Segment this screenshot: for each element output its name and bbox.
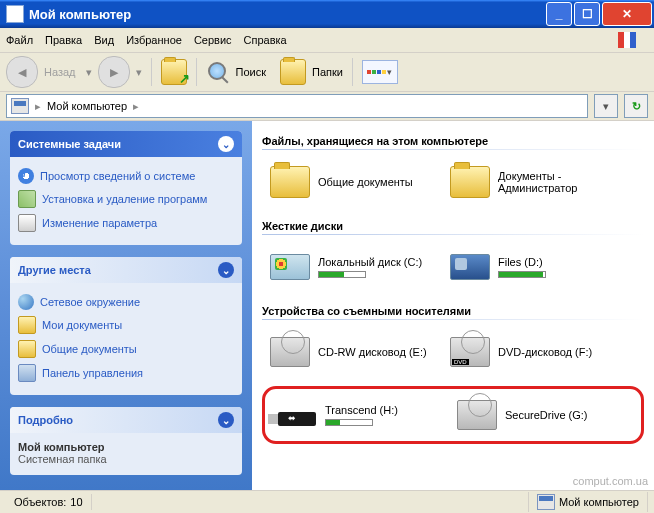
network-icon xyxy=(18,294,34,310)
menu-file[interactable]: Файл xyxy=(6,34,33,46)
breadcrumb-root[interactable]: Мой компьютер xyxy=(47,100,127,112)
place-network[interactable]: Сетевое окружение xyxy=(18,291,238,313)
other-places-title: Другие места xyxy=(18,264,91,276)
up-button[interactable]: ↗ xyxy=(161,59,187,85)
back-button[interactable]: ◀ xyxy=(6,56,38,88)
address-input[interactable]: ▸ Мой компьютер ▸ xyxy=(6,94,588,118)
views-button[interactable]: ▾ xyxy=(362,60,398,84)
status-objects: Объектов: 10 xyxy=(6,494,92,510)
system-tasks-panel: Системные задачи ⌄ Просмотр сведений о с… xyxy=(10,131,242,245)
settings-icon xyxy=(18,214,36,232)
details-name: Мой компьютер xyxy=(18,441,238,453)
add-remove-icon xyxy=(18,190,36,208)
my-computer-icon xyxy=(11,98,29,114)
task-label: Изменение параметра xyxy=(42,217,157,229)
folders-label[interactable]: Папки xyxy=(312,66,343,78)
menu-view[interactable]: Вид xyxy=(94,34,114,46)
menu-bar: Файл Правка Вид Избранное Сервис Справка xyxy=(0,28,654,53)
usb-drive-icon: ⬌ xyxy=(278,412,316,426)
menu-edit[interactable]: Правка xyxy=(45,34,82,46)
task-add-remove-programs[interactable]: Установка и удаление программ xyxy=(18,187,238,211)
other-places-header[interactable]: Другие места ⌄ xyxy=(10,257,242,283)
details-panel: Подробно ⌄ Мой компьютер Системная папка xyxy=(10,407,242,475)
status-location: Мой компьютер xyxy=(528,492,648,512)
folders-icon[interactable] xyxy=(280,59,306,85)
watermark: comput.com.ua xyxy=(573,475,648,487)
shared-documents-icon xyxy=(18,340,36,358)
body: Системные задачи ⌄ Просмотр сведений о с… xyxy=(0,121,654,490)
place-label: Панель управления xyxy=(42,367,143,379)
item-label: Общие документы xyxy=(318,176,442,188)
hard-drive-icon xyxy=(450,254,490,280)
local-disk-c[interactable]: Локальный диск (C:) xyxy=(270,247,442,287)
task-label: Просмотр сведений о системе xyxy=(40,170,195,182)
task-change-setting[interactable]: Изменение параметра xyxy=(18,211,238,235)
folder-icon xyxy=(450,166,490,198)
breadcrumb-chevron-icon: ▸ xyxy=(35,100,41,113)
collapse-icon[interactable]: ⌄ xyxy=(218,136,234,152)
capacity-bar xyxy=(318,271,366,278)
refresh-button[interactable]: ↻ xyxy=(624,94,648,118)
cd-drive-icon xyxy=(457,400,497,430)
place-shared-documents[interactable]: Общие документы xyxy=(18,337,238,361)
admin-documents-folder[interactable]: Документы - Администратор xyxy=(450,162,622,202)
securedrive-g[interactable]: SecureDrive (G:) xyxy=(457,395,629,435)
system-tasks-title: Системные задачи xyxy=(18,138,121,150)
objects-count: 10 xyxy=(70,496,82,508)
task-system-info[interactable]: Просмотр сведений о системе xyxy=(18,165,238,187)
side-panel: Системные задачи ⌄ Просмотр сведений о с… xyxy=(0,121,252,490)
forward-dropdown-icon[interactable]: ▾ xyxy=(136,66,142,79)
maximize-button[interactable]: ☐ xyxy=(574,2,600,26)
address-bar: ▸ Мой компьютер ▸ ▾ ↻ xyxy=(0,92,654,121)
place-label: Сетевое окружение xyxy=(40,296,140,308)
search-label[interactable]: Поиск xyxy=(236,66,266,78)
windows-flag-icon[interactable] xyxy=(618,32,636,48)
content-pane[interactable]: Файлы, хранящиеся на этом компьютере Общ… xyxy=(252,121,654,490)
folder-icon xyxy=(270,166,310,198)
explorer-window: Мой компьютер _ ☐ ✕ Файл Правка Вид Избр… xyxy=(0,0,654,513)
place-label: Мои документы xyxy=(42,319,122,331)
cdrw-drive-e[interactable]: CD-RW дисковод (E:) xyxy=(270,332,442,372)
forward-button[interactable]: ▶ xyxy=(98,56,130,88)
collapse-icon[interactable]: ⌄ xyxy=(218,262,234,278)
back-dropdown-icon[interactable]: ▾ xyxy=(86,66,92,79)
breadcrumb-chevron-icon[interactable]: ▸ xyxy=(133,100,139,113)
cd-drive-icon xyxy=(270,337,310,367)
section-files-header: Файлы, хранящиеся на этом компьютере xyxy=(262,135,644,147)
item-label: Files (D:) xyxy=(498,256,543,268)
collapse-icon[interactable]: ⌄ xyxy=(218,412,234,428)
place-control-panel[interactable]: Панель управления xyxy=(18,361,238,385)
details-header[interactable]: Подробно ⌄ xyxy=(10,407,242,433)
dvd-drive-f[interactable]: DVD-дисковод (F:) xyxy=(450,332,622,372)
task-label: Установка и удаление программ xyxy=(42,193,207,205)
menu-favorites[interactable]: Избранное xyxy=(126,34,182,46)
section-removable-header: Устройства со съемными носителями xyxy=(262,305,644,317)
window-title: Мой компьютер xyxy=(29,7,544,22)
address-dropdown-button[interactable]: ▾ xyxy=(594,94,618,118)
capacity-bar xyxy=(498,271,546,278)
shared-documents-folder[interactable]: Общие документы xyxy=(270,162,442,202)
files-disk-d[interactable]: Files (D:) xyxy=(450,247,622,287)
system-tasks-header[interactable]: Системные задачи ⌄ xyxy=(10,131,242,157)
section-drives-header: Жесткие диски xyxy=(262,220,644,232)
item-label: SecureDrive (G:) xyxy=(505,409,629,421)
details-type: Системная папка xyxy=(18,453,238,465)
menu-help[interactable]: Справка xyxy=(244,34,287,46)
control-panel-icon xyxy=(18,364,36,382)
place-my-documents[interactable]: Мои документы xyxy=(18,313,238,337)
close-button[interactable]: ✕ xyxy=(602,2,652,26)
details-title: Подробно xyxy=(18,414,73,426)
item-label: Transcend (H:) xyxy=(325,404,398,416)
title-bar[interactable]: Мой компьютер _ ☐ ✕ xyxy=(0,0,654,28)
menu-tools[interactable]: Сервис xyxy=(194,34,232,46)
place-label: Общие документы xyxy=(42,343,137,355)
capacity-bar xyxy=(325,419,373,426)
back-label: Назад xyxy=(44,66,76,78)
transcend-drive-h[interactable]: ⬌ Transcend (H:) xyxy=(277,395,449,435)
search-icon[interactable] xyxy=(206,60,230,84)
minimize-button[interactable]: _ xyxy=(546,2,572,26)
toolbar: ◀ Назад ▾ ▶ ▾ ↗ Поиск Папки ▾ xyxy=(0,53,654,92)
status-bar: Объектов: 10 Мой компьютер xyxy=(0,490,654,513)
info-icon xyxy=(18,168,34,184)
other-places-panel: Другие места ⌄ Сетевое окружение Мои док… xyxy=(10,257,242,395)
